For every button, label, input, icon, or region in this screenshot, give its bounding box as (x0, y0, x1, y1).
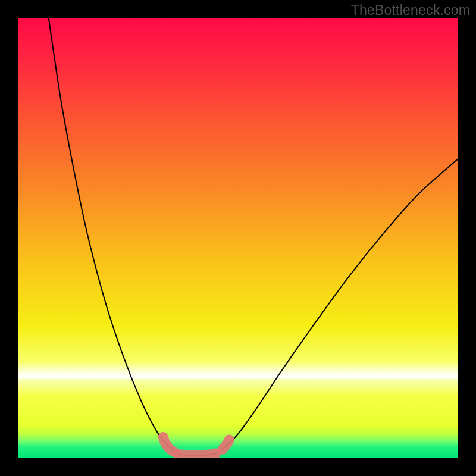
marker-valley-left (163, 437, 174, 452)
watermark-text: TheBottleneck.com (351, 2, 470, 18)
marker-layer (18, 18, 458, 458)
marker-valley-right (223, 440, 229, 449)
marker-valley-bottom (178, 453, 216, 455)
plot-area (18, 18, 458, 458)
chart-frame: TheBottleneck.com (0, 0, 476, 476)
